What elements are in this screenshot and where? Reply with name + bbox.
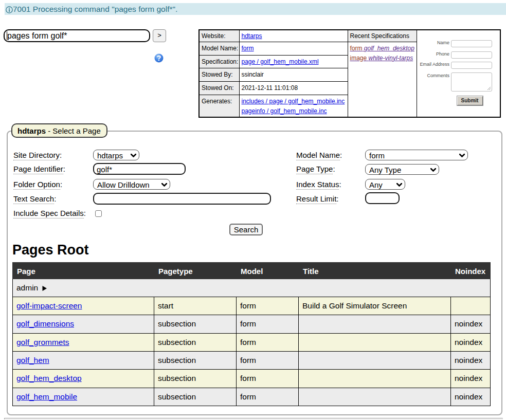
svg-text:?: ? xyxy=(157,54,161,62)
